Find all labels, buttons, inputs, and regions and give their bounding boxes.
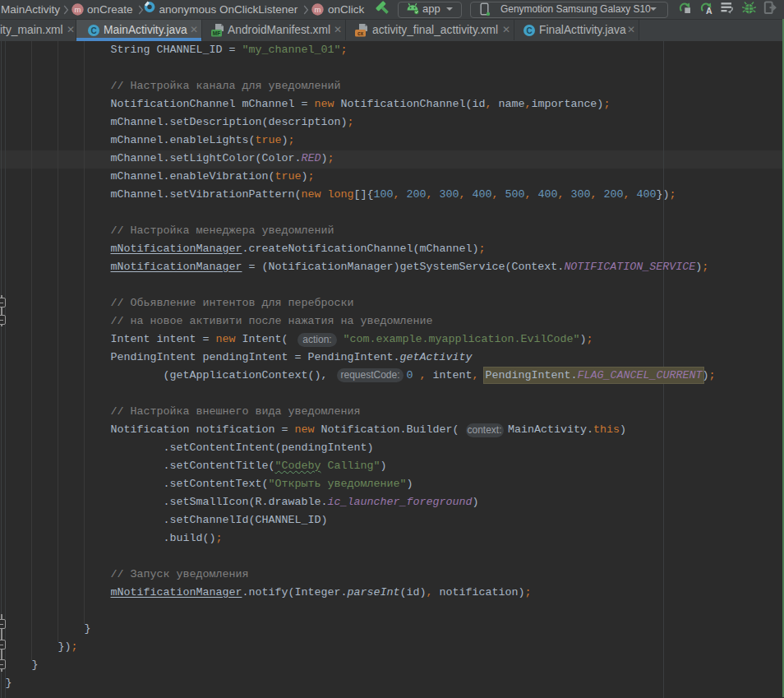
svg-text:C: C (90, 26, 96, 35)
svg-text:cx: cx (357, 30, 364, 36)
svg-text:m: m (315, 5, 321, 14)
svg-text:MF: MF (213, 30, 220, 36)
svg-text:C: C (526, 26, 532, 35)
svg-text:A: A (706, 6, 713, 15)
svg-text:m: m (75, 5, 81, 14)
